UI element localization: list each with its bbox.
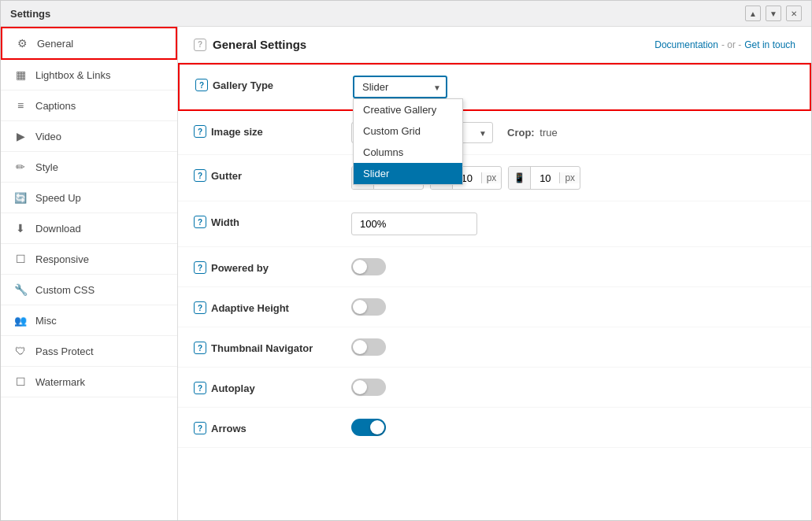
sidebar-item-passprotect[interactable]: 🛡 Pass Protect: [1, 336, 177, 367]
restore-button[interactable]: ▼: [766, 6, 781, 21]
adaptive-height-label: ? Adaptive Height: [194, 298, 351, 314]
width-field: [351, 212, 795, 235]
documentation-link[interactable]: Documentation: [654, 39, 718, 50]
general-settings-help-icon[interactable]: ?: [194, 39, 206, 51]
window-title: Settings: [10, 8, 50, 20]
title-bar: Settings ▲ ▼ ✕: [1, 1, 811, 27]
gallery-type-select[interactable]: Slider: [353, 76, 447, 98]
thumbnail-navigator-toggle[interactable]: [351, 338, 386, 356]
sidebar-label-captions: Captions: [35, 100, 76, 112]
arrows-help-icon[interactable]: ?: [194, 422, 206, 434]
arrows-row: ? Arrows: [178, 408, 811, 448]
close-button[interactable]: ✕: [786, 6, 802, 21]
sidebar-label-download: Download: [35, 223, 81, 235]
video-icon: ▶: [13, 129, 28, 143]
image-size-row: ? Image size ▼ Crop: true: [178, 111, 811, 155]
speedup-icon: 🔄: [13, 190, 28, 205]
sidebar-label-responsive: Responsive: [35, 253, 89, 265]
dropdown-option-slider[interactable]: Slider: [354, 163, 462, 184]
arrows-label: ? Arrows: [194, 419, 351, 434]
thumbnail-navigator-field: [351, 338, 795, 356]
powered-by-label-text: Powered by: [211, 262, 269, 274]
adaptive-height-help-icon[interactable]: ?: [194, 301, 206, 314]
thumbnail-navigator-help-icon[interactable]: ?: [194, 342, 206, 354]
get-in-touch-link[interactable]: Get in touch: [744, 39, 795, 50]
page-title: General Settings: [213, 38, 306, 51]
sidebar: ⚙ General ▦ Lightbox & Links ≡ Captions …: [1, 27, 178, 520]
autoplay-toggle-track: [351, 379, 386, 396]
dropdown-option-creative-gallery[interactable]: Creative Gallery: [354, 99, 462, 120]
settings-window: Settings ▲ ▼ ✕ ⚙ General ▦ Lightbox & Li…: [0, 0, 812, 521]
adaptive-height-toggle[interactable]: [351, 298, 386, 316]
width-label-text: Width: [211, 216, 239, 228]
autoplay-toggle-thumb: [353, 380, 367, 394]
sidebar-label-speedup: Speed Up: [35, 192, 81, 204]
sidebar-item-video[interactable]: ▶ Video: [1, 121, 177, 152]
width-input[interactable]: [351, 212, 477, 235]
arrows-label-text: Arrows: [211, 423, 247, 434]
sidebar-item-responsive[interactable]: ☐ Responsive: [1, 244, 177, 275]
arrows-toggle-thumb: [370, 420, 384, 434]
width-label: ? Width: [194, 212, 351, 228]
sidebar-item-misc[interactable]: 👥 Misc: [1, 305, 177, 336]
crop-label: Crop: true: [507, 127, 558, 139]
content-header: ? General Settings Documentation - or - …: [178, 27, 811, 63]
header-separator: - or -: [721, 39, 741, 50]
powered-by-toggle-thumb: [353, 260, 367, 274]
autoplay-help-icon[interactable]: ?: [194, 382, 206, 394]
sidebar-item-customcss[interactable]: 🔧 Custom CSS: [1, 275, 177, 305]
sidebar-item-download[interactable]: ⬇ Download: [1, 213, 177, 244]
sidebar-item-watermark[interactable]: ☐ Watermark: [1, 367, 177, 397]
autoplay-toggle[interactable]: [351, 379, 386, 396]
header-links: Documentation - or - Get in touch: [654, 39, 795, 50]
width-row: ? Width: [178, 201, 811, 247]
window-controls: ▲ ▼ ✕: [745, 6, 802, 21]
adaptive-height-toggle-thumb: [353, 300, 367, 314]
gallery-type-help-icon[interactable]: ?: [195, 79, 208, 91]
dropdown-option-custom-grid[interactable]: Custom Grid: [354, 120, 462, 142]
gutter-mobile-unit: px: [559, 172, 580, 183]
sidebar-item-speedup[interactable]: 🔄 Speed Up: [1, 183, 177, 213]
gutter-mobile-input[interactable]: [531, 169, 559, 187]
gallery-type-label: ? Gallery Type: [195, 76, 353, 91]
sidebar-label-watermark: Watermark: [35, 376, 85, 388]
dropdown-option-columns[interactable]: Columns: [354, 142, 462, 163]
autoplay-label-text: Autoplay: [211, 382, 255, 394]
passprotect-icon: 🛡: [13, 344, 28, 358]
misc-icon: 👥: [13, 313, 28, 327]
thumbnail-navigator-label-text: Thumbnail Navigator: [211, 342, 313, 354]
gallery-type-field: Slider ▼ Creative Gallery Custom Grid Co…: [353, 76, 794, 98]
powered-by-toggle[interactable]: [351, 258, 386, 275]
arrows-field: [351, 419, 795, 436]
sidebar-label-customcss: Custom CSS: [35, 284, 95, 296]
image-size-help-icon[interactable]: ?: [194, 125, 206, 138]
powered-by-toggle-track: [351, 258, 386, 275]
lightbox-icon: ▦: [13, 68, 28, 82]
sidebar-item-captions[interactable]: ≡ Captions: [1, 91, 177, 121]
thumbnail-navigator-row: ? Thumbnail Navigator: [178, 327, 811, 368]
gutter-tablet-unit: px: [481, 172, 502, 183]
customcss-icon: 🔧: [13, 283, 28, 297]
responsive-icon: ☐: [13, 252, 28, 266]
gutter-help-icon[interactable]: ?: [194, 169, 206, 182]
watermark-icon: ☐: [13, 375, 28, 389]
autoplay-field: [351, 379, 795, 396]
gear-icon: ⚙: [15, 36, 29, 50]
crop-value: true: [539, 127, 557, 139]
adaptive-height-toggle-track: [351, 298, 386, 316]
powered-by-label: ? Powered by: [194, 258, 351, 274]
sidebar-item-lightbox[interactable]: ▦ Lightbox & Links: [1, 60, 177, 91]
content-header-title: ? General Settings: [194, 38, 306, 51]
arrows-toggle[interactable]: [351, 419, 386, 436]
powered-by-help-icon[interactable]: ?: [194, 261, 206, 274]
thumbnail-navigator-toggle-track: [351, 338, 386, 356]
width-help-icon[interactable]: ?: [194, 216, 206, 228]
image-size-label-text: Image size: [211, 126, 263, 138]
sidebar-item-style[interactable]: ✏ Style: [1, 152, 177, 183]
powered-by-field: [351, 258, 795, 275]
adaptive-height-label-text: Adaptive Height: [211, 302, 289, 314]
gutter-mobile-icon: 📱: [509, 167, 531, 189]
thumbnail-navigator-label: ? Thumbnail Navigator: [194, 338, 351, 354]
sidebar-item-general[interactable]: ⚙ General: [1, 27, 177, 60]
minimize-button[interactable]: ▲: [745, 6, 761, 21]
